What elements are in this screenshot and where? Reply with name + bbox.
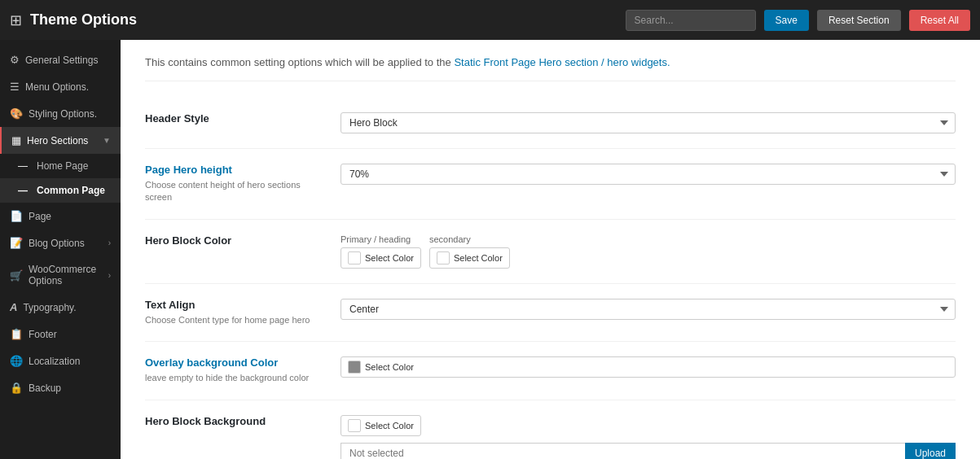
setting-label-col: Page Hero height Choose content height o… (145, 164, 324, 204)
blog-icon: 📝 (10, 237, 23, 249)
chevron-down-icon: ▼ (103, 136, 111, 145)
overlay-color-swatch (348, 361, 361, 374)
setting-label-col: Hero Block Color (145, 234, 324, 250)
sidebar-sub-item-label: Home Page (37, 160, 88, 172)
hero-bg-color-swatch (348, 419, 361, 432)
sidebar-item-label: WooCommerce Options (29, 264, 103, 286)
chevron-right-icon: › (108, 271, 111, 280)
select-color-label: Select Color (454, 253, 503, 263)
sidebar-sub-item-label: Common Page (37, 185, 105, 196)
sidebar: ⚙ General Settings ☰ Menu Options. 🎨 Sty… (0, 40, 121, 459)
color-picker-row: Primary / heading Select Color secondary… (341, 234, 956, 269)
setting-control: 50% 60% 70% 80% 100% (341, 164, 956, 185)
grid-icon[interactable]: ⊞ (10, 11, 22, 29)
sidebar-item-general-settings[interactable]: ⚙ General Settings (0, 46, 121, 73)
styling-icon: 🎨 (10, 107, 23, 120)
sidebar-sub-item-home-page[interactable]: — Home Page (0, 154, 121, 178)
setting-label-col: Hero Block Background (145, 415, 324, 431)
sidebar-item-typography[interactable]: A Typography. (0, 294, 121, 321)
sidebar-item-label: Localization (29, 356, 80, 367)
setting-label: Text Align (145, 299, 324, 311)
sidebar-item-label: Backup (29, 382, 61, 394)
sidebar-item-blog-options[interactable]: 📝 Blog Options › (0, 230, 121, 256)
sidebar-item-label: General Settings (25, 55, 98, 66)
hero-bg-color-button[interactable]: Select Color (341, 415, 421, 436)
sidebar-item-localization[interactable]: 🌐 Localization (0, 348, 121, 374)
select-color-label: Select Color (365, 421, 414, 431)
save-button[interactable]: Save (764, 10, 809, 31)
search-input[interactable] (626, 10, 756, 31)
sidebar-sub-item-common-page[interactable]: — Common Page (0, 178, 121, 203)
setting-control: Primary / heading Select Color secondary… (341, 234, 956, 269)
setting-row-header-style: Header Style Hero Block Classic Minimal (145, 98, 956, 149)
primary-color-label: Primary / heading (341, 234, 421, 244)
chevron-right-icon: › (108, 238, 111, 247)
select-color-label: Select Color (365, 362, 414, 372)
woo-icon: 🛒 (10, 269, 23, 282)
page-hero-height-dropdown[interactable]: 50% 60% 70% 80% 100% (341, 164, 956, 185)
sidebar-item-hero-sections[interactable]: ▦ Hero Sections ▼ (0, 127, 121, 154)
typography-icon: A (10, 301, 17, 313)
overlay-color-button[interactable]: Select Color (341, 356, 956, 378)
backup-icon: 🔒 (10, 382, 23, 394)
description-highlight: Static Front Page Hero section / hero wi… (454, 56, 670, 68)
setting-label: Header Style (145, 112, 324, 125)
setting-label-col: Text Align Choose Content type for home … (145, 299, 324, 326)
main-layout: ⚙ General Settings ☰ Menu Options. 🎨 Sty… (0, 40, 980, 459)
select-color-label: Select Color (365, 253, 414, 263)
sidebar-item-label: Footer (29, 329, 57, 340)
upload-button[interactable]: Upload (905, 443, 956, 459)
reset-section-button[interactable]: Reset Section (817, 10, 901, 31)
secondary-color-button[interactable]: Select Color (429, 247, 510, 269)
content-area: This contains common setting options whi… (121, 40, 980, 459)
primary-color-button[interactable]: Select Color (341, 247, 421, 269)
hero-icon: ▦ (11, 134, 21, 146)
setting-label: Hero Block Color (145, 234, 324, 247)
setting-label: Hero Block Background (145, 415, 324, 427)
app-title: Theme Options (30, 11, 617, 28)
sidebar-item-woocommerce-options[interactable]: 🛒 WooCommerce Options › (0, 256, 121, 294)
secondary-color-group: secondary Select Color (429, 234, 510, 269)
top-bar: ⊞ Theme Options Save Reset Section Reset… (0, 0, 980, 40)
setting-label-col: Header Style (145, 112, 324, 128)
setting-control: Hero Block Classic Minimal (341, 112, 956, 133)
settings-icon: ⚙ (10, 54, 20, 66)
sidebar-item-backup[interactable]: 🔒 Backup (0, 374, 121, 401)
setting-control: Left Center Right (341, 299, 956, 320)
sidebar-item-label: Blog Options (29, 238, 85, 249)
setting-control: Select Color (341, 356, 956, 378)
setting-desc: Choose content height of hero sections s… (145, 179, 324, 204)
sidebar-item-label: Typography. (23, 302, 76, 313)
dash-icon: — (18, 160, 28, 172)
sidebar-item-menu-options[interactable]: ☰ Menu Options. (0, 73, 121, 100)
setting-row-overlay-bg-color: Overlay background Color leave empty to … (145, 342, 956, 400)
description-text: This contains common setting options whi… (145, 56, 956, 81)
sidebar-item-styling-options[interactable]: 🎨 Styling Options. (0, 100, 121, 127)
dash-icon: — (18, 185, 28, 196)
sidebar-item-footer[interactable]: 📋 Footer (0, 321, 121, 348)
sidebar-item-label: Styling Options. (29, 108, 97, 120)
secondary-color-label: secondary (429, 234, 510, 244)
setting-row-hero-block-background: Hero Block Background Select Color Uploa… (145, 400, 956, 459)
setting-desc: Choose Content type for home page hero (145, 314, 324, 326)
sidebar-item-label: Menu Options. (25, 81, 89, 93)
sidebar-item-label: Hero Sections (27, 135, 88, 146)
page-icon: 📄 (10, 210, 23, 222)
primary-color-group: Primary / heading Select Color (341, 234, 421, 269)
setting-row-page-hero-height: Page Hero height Choose content height o… (145, 149, 956, 220)
setting-row-text-align: Text Align Choose Content type for home … (145, 284, 956, 342)
header-style-dropdown[interactable]: Hero Block Classic Minimal (341, 112, 956, 133)
menu-icon: ☰ (10, 81, 20, 93)
sidebar-item-label: Page (29, 211, 51, 222)
sidebar-item-page[interactable]: 📄 Page (0, 203, 121, 230)
setting-label: Page Hero height (145, 164, 324, 176)
localization-icon: 🌐 (10, 355, 23, 367)
setting-label-col: Overlay background Color leave empty to … (145, 356, 324, 384)
bg-file-input[interactable] (341, 443, 905, 459)
secondary-color-swatch (437, 251, 450, 264)
text-align-dropdown[interactable]: Left Center Right (341, 299, 956, 320)
footer-icon: 📋 (10, 328, 23, 340)
bg-file-row: Upload (341, 443, 956, 459)
setting-label: Overlay background Color (145, 356, 324, 369)
reset-all-button[interactable]: Reset All (909, 10, 970, 31)
